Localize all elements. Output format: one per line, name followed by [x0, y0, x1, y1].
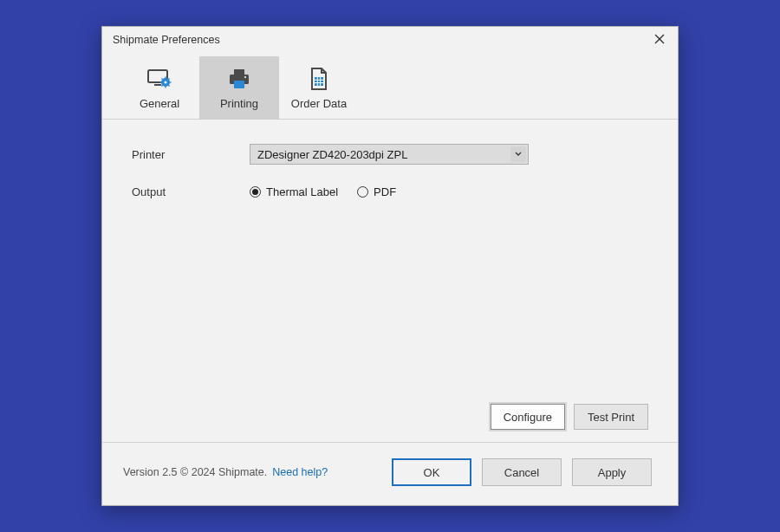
radio-thermal-label[interactable]: Thermal Label — [250, 185, 338, 198]
tab-content-printing: Printer ZDesigner ZD420-203dpi ZPL Outpu… — [102, 120, 678, 442]
tab-general[interactable]: General — [120, 56, 199, 119]
test-print-button[interactable]: Test Print — [574, 404, 648, 430]
tab-printing[interactable]: Printing — [199, 56, 279, 119]
tab-label: General — [140, 97, 179, 110]
monitor-gear-icon — [146, 66, 172, 92]
svg-point-5 — [164, 81, 166, 83]
svg-rect-14 — [234, 69, 244, 75]
radio-icon — [357, 186, 368, 198]
row-printer: Printer ZDesigner ZD420-203dpi ZPL — [132, 144, 648, 165]
output-radio-group: Thermal Label PDF — [250, 185, 396, 198]
footer-info: Version 2.5 © 2024 Shipmate. Need help? — [123, 466, 328, 478]
apply-button[interactable]: Apply — [572, 458, 652, 486]
svg-line-12 — [168, 78, 169, 79]
titlebar: Shipmate Preferences — [102, 27, 678, 53]
chevron-down-icon — [510, 146, 526, 162]
ok-button[interactable]: OK — [392, 458, 471, 486]
configure-button[interactable]: Configure — [491, 404, 565, 430]
printer-dropdown-value: ZDesigner ZD420-203dpi ZPL — [257, 148, 407, 161]
close-icon — [654, 34, 665, 47]
radio-pdf[interactable]: PDF — [357, 185, 396, 198]
tab-label: Printing — [220, 97, 258, 110]
tab-label: Order Data — [291, 97, 347, 110]
tab-strip: General Printing — [102, 53, 678, 120]
cancel-button[interactable]: Cancel — [482, 458, 562, 486]
close-button[interactable] — [647, 29, 673, 50]
radio-label: PDF — [374, 185, 396, 198]
svg-rect-16 — [234, 81, 244, 88]
version-text: Version 2.5 © 2024 Shipmate. — [123, 466, 267, 478]
help-link[interactable]: Need help? — [272, 466, 328, 478]
printer-dropdown[interactable]: ZDesigner ZD420-203dpi ZPL — [250, 144, 529, 165]
svg-rect-3 — [154, 84, 161, 86]
radio-label: Thermal Label — [266, 185, 338, 198]
tab-order-data[interactable]: Order Data — [279, 56, 359, 119]
svg-line-13 — [161, 85, 162, 86]
row-output: Output Thermal Label PDF — [132, 185, 648, 198]
window-title: Shipmate Preferences — [113, 34, 220, 46]
label-printer: Printer — [132, 148, 250, 161]
radio-icon — [250, 186, 261, 198]
printer-icon — [226, 66, 252, 92]
svg-point-17 — [244, 75, 246, 77]
svg-line-10 — [161, 78, 162, 79]
preferences-dialog: Shipmate Preferences — [101, 26, 679, 506]
content-action-row: Configure Test Print — [491, 404, 648, 430]
svg-line-11 — [168, 85, 169, 86]
document-data-icon — [306, 66, 332, 92]
label-output: Output — [132, 185, 250, 198]
dialog-footer: Version 2.5 © 2024 Shipmate. Need help? … — [102, 442, 678, 505]
svg-rect-18 — [315, 77, 323, 86]
footer-buttons: OK Cancel Apply — [392, 458, 652, 486]
